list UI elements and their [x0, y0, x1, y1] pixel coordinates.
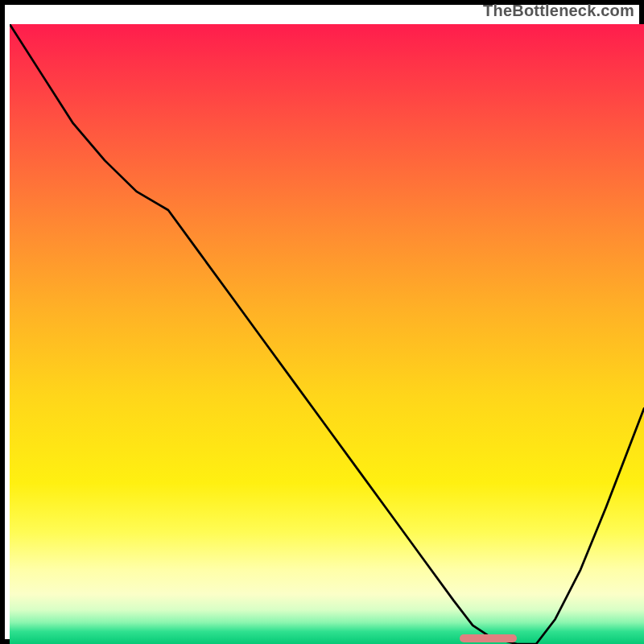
chart-frame	[0, 0, 644, 644]
curve-svg	[10, 24, 644, 644]
plot-area	[10, 24, 644, 644]
optimal-marker	[460, 634, 517, 642]
source-caption: TheBottleneck.com	[483, 2, 634, 20]
bottleneck-curve-path	[10, 24, 644, 644]
